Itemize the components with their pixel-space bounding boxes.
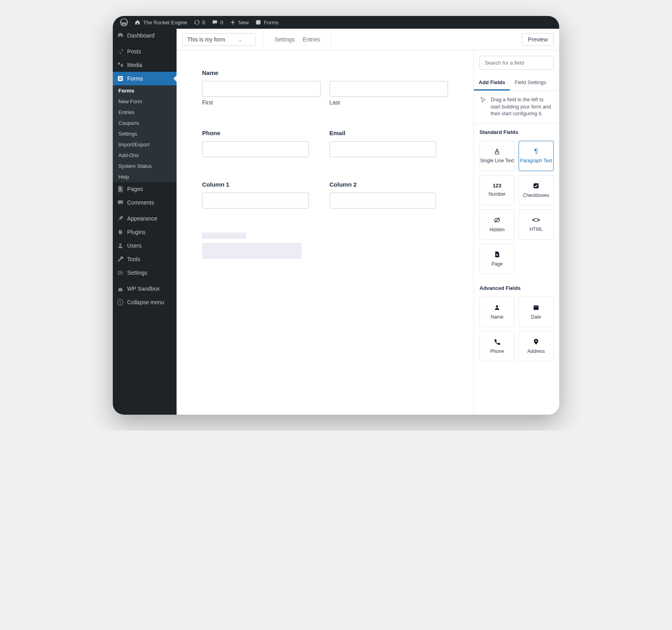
menu-pages[interactable]: Pages	[113, 182, 177, 196]
site-name: The Rocket Engine	[143, 20, 187, 26]
media-icon	[117, 61, 124, 69]
svg-point-14	[535, 340, 537, 342]
field-card-hidden[interactable]: Hidden	[479, 209, 515, 240]
field-col1[interactable]: Column 1	[202, 181, 321, 209]
tab-add-fields[interactable]: Add Fields	[474, 75, 510, 91]
submenu-forms-settings[interactable]: Settings	[113, 128, 177, 139]
field-card-address[interactable]: Address	[519, 331, 554, 361]
input-col2[interactable]	[330, 193, 436, 209]
field-card-checkboxes[interactable]: Checkboxes	[519, 175, 554, 205]
submenu-forms-coupons[interactable]: Coupons	[113, 118, 177, 128]
user-icon	[117, 242, 124, 249]
search-field-input[interactable]	[479, 56, 554, 70]
menu-posts[interactable]: Posts	[113, 45, 177, 58]
field-row-phone-email: Phone Email	[202, 130, 448, 157]
input-email[interactable]	[330, 141, 436, 157]
submenu-forms-entries[interactable]: Entries	[113, 107, 177, 118]
paragraph-icon: ¶	[534, 148, 538, 155]
field-card-paragraph[interactable]: ¶ Paragraph Text	[519, 141, 554, 171]
input-last-name[interactable]	[330, 81, 448, 97]
field-card-name[interactable]: Name	[479, 297, 515, 327]
svg-rect-1	[256, 20, 260, 24]
plus-icon	[230, 19, 236, 26]
field-card-page[interactable]: Page	[479, 244, 515, 274]
submenu-forms-import[interactable]: Import/Export	[113, 139, 177, 150]
form-selector-label: This is my form	[187, 36, 225, 43]
submenu-forms-help[interactable]: Help	[113, 171, 177, 182]
field-card-phone[interactable]: Phone	[479, 331, 515, 361]
admin-sidebar: Dashboard Posts Media Forms Forms New Fo…	[113, 29, 177, 415]
updates-link[interactable]: 6	[191, 16, 208, 29]
svg-point-6	[118, 299, 123, 305]
field-label-col2: Column 2	[330, 181, 448, 188]
number-icon: 123	[493, 183, 501, 188]
menu-media[interactable]: Media	[113, 58, 177, 72]
panel-body: Standard Fields A Single Line Text ¶ Par…	[474, 124, 559, 415]
field-label-name: Name	[202, 69, 448, 76]
field-email[interactable]: Email	[330, 130, 448, 157]
calendar-icon	[532, 304, 540, 311]
sliders-icon	[117, 269, 124, 276]
menu-forms[interactable]: Forms	[113, 72, 177, 85]
section-standard-title: Standard Fields	[479, 129, 554, 135]
editor-body: Name First Last	[177, 50, 559, 415]
input-col1[interactable]	[202, 193, 309, 209]
menu-tools[interactable]: Tools	[113, 252, 177, 266]
submenu-forms-forms[interactable]: Forms	[113, 85, 177, 96]
toolbar-entries-link[interactable]: Entries	[299, 36, 324, 43]
field-card-date[interactable]: Date	[519, 297, 554, 327]
form-canvas[interactable]: Name First Last	[177, 50, 474, 415]
collapse-icon	[117, 299, 124, 306]
comments-count: 0	[220, 20, 223, 26]
svg-point-11	[496, 305, 498, 307]
svg-rect-7	[534, 183, 539, 188]
field-card-html[interactable]: <> HTML	[519, 209, 554, 240]
site-name-link[interactable]: The Rocket Engine	[131, 16, 191, 29]
refresh-icon	[194, 19, 200, 26]
wp-logo[interactable]	[117, 16, 131, 29]
field-card-number[interactable]: 123 Number	[479, 175, 515, 205]
comments-icon	[117, 199, 124, 206]
submenu-forms-status[interactable]: System Status	[113, 161, 177, 171]
menu-settings[interactable]: Settings	[113, 266, 177, 280]
context-link[interactable]: Forms	[252, 16, 282, 29]
input-first-name[interactable]	[202, 81, 321, 97]
menu-comments[interactable]: Comments	[113, 196, 177, 209]
menu-users[interactable]: Users	[113, 239, 177, 252]
submenu-forms-addons[interactable]: Add-Ons	[113, 150, 177, 161]
field-card-single-line[interactable]: A Single Line Text	[479, 141, 515, 171]
form-selector[interactable]: This is my form ⌄	[182, 33, 256, 46]
location-icon	[532, 338, 540, 345]
submenu-forms: Forms New Form Entries Coupons Settings …	[113, 85, 177, 182]
new-link[interactable]: New	[226, 16, 252, 29]
panel-tabs: Add Fields Field Settings	[474, 75, 559, 91]
comment-icon	[212, 19, 218, 26]
menu-collapse[interactable]: Collapse menu	[113, 295, 177, 309]
toolbar-settings-link[interactable]: Settings	[271, 36, 299, 43]
main-area: Dashboard Posts Media Forms Forms New Fo…	[113, 29, 559, 415]
field-col2[interactable]: Column 2	[330, 181, 448, 209]
comments-link[interactable]: 0	[208, 16, 226, 29]
sublabel-first: First	[202, 99, 321, 106]
svg-rect-10	[496, 255, 498, 255]
svg-rect-3	[119, 77, 122, 78]
menu-appearance[interactable]: Appearance	[113, 212, 177, 225]
tab-field-settings[interactable]: Field Settings	[510, 75, 551, 91]
svg-rect-13	[534, 305, 539, 307]
brush-icon	[117, 215, 124, 222]
menu-plugins[interactable]: Plugins	[113, 225, 177, 239]
menu-wp-sandbox[interactable]: WP Sandbox	[113, 282, 177, 295]
field-row-columns: Column 1 Column 2	[202, 181, 448, 209]
preview-button[interactable]: Preview	[522, 33, 554, 46]
field-phone[interactable]: Phone	[202, 130, 321, 157]
menu-dashboard[interactable]: Dashboard	[113, 29, 177, 42]
context-label: Forms	[264, 20, 279, 26]
input-phone[interactable]	[202, 141, 309, 157]
wordpress-icon	[120, 18, 128, 26]
forms-icon	[117, 75, 124, 82]
field-name[interactable]: Name First Last	[202, 69, 448, 106]
phone-icon	[493, 338, 501, 345]
panel-hint-text: Drag a field to the left to start buildi…	[491, 96, 554, 118]
field-placeholder[interactable]	[202, 232, 448, 259]
submenu-forms-new[interactable]: New Form	[113, 96, 177, 107]
